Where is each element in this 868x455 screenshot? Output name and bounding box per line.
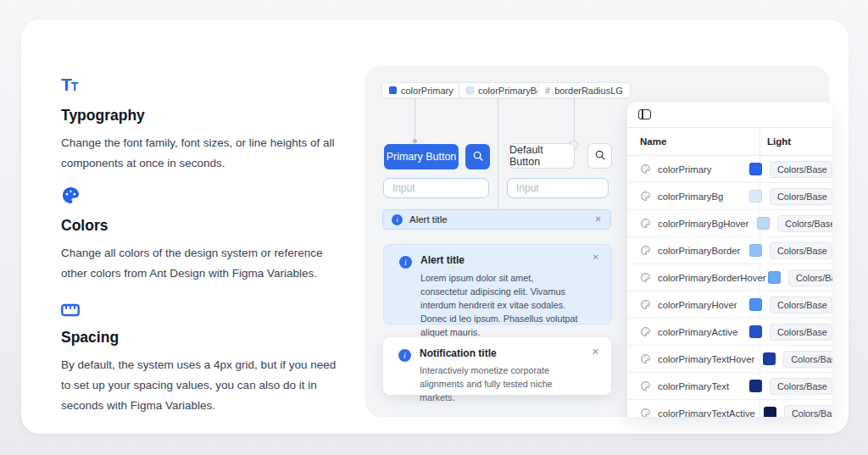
- feature-desc-spacing: By default, the system uses a 4px grid, …: [61, 355, 337, 416]
- row-value-pill: Colors/Base: [784, 405, 832, 418]
- tag-color-primary[interactable]: colorPrimary: [381, 82, 461, 98]
- notification-card: i Notification title Interactively monet…: [383, 337, 611, 395]
- table-row[interactable]: colorPrimaryActive Colors/Base: [627, 319, 832, 346]
- color-swatch: [749, 380, 762, 392]
- variable-name: colorPrimaryActive: [658, 327, 737, 337]
- feature-spacing: Spacing By default, the system uses a 4p…: [61, 297, 337, 416]
- color-swatch: [749, 163, 762, 175]
- tag-border-radius-lg[interactable]: # borderRadiusLG: [537, 82, 631, 98]
- alert-banner: i Alert title ✕: [382, 209, 611, 230]
- variable-name-cell: colorPrimaryBg: [627, 191, 741, 202]
- variable-name-cell: colorPrimaryTextActive: [627, 408, 755, 417]
- table-row[interactable]: colorPrimaryBorderHover Colors/Base: [627, 264, 832, 291]
- text-input[interactable]: Input: [383, 178, 489, 198]
- row-value-pill: Colors/Base: [770, 161, 832, 178]
- close-icon[interactable]: ✕: [593, 253, 599, 262]
- panel-toolbar: [627, 102, 832, 128]
- default-button[interactable]: Default Button: [509, 143, 575, 169]
- palette-icon: [61, 185, 337, 205]
- variable-name: colorPrimaryTextActive: [658, 408, 755, 418]
- tag-color-primary-bg[interactable]: colorPrimaryBg: [459, 82, 549, 98]
- variable-name-cell: colorPrimaryActive: [627, 326, 741, 337]
- table-row[interactable]: colorPrimaryText Colors/Base: [627, 373, 832, 400]
- column-divider: [760, 128, 760, 155]
- tag-label: colorPrimaryBg: [478, 86, 542, 96]
- tag-swatch: [466, 86, 474, 94]
- column-header-name: Name: [627, 136, 760, 147]
- text-input[interactable]: Input: [507, 178, 609, 198]
- row-value-pill: Colors/Base: [777, 215, 832, 232]
- page-background: , . , TT Typography Change the font fami…: [0, 0, 868, 455]
- variable-name: colorPrimaryBorderHover: [658, 273, 765, 283]
- table-row[interactable]: colorPrimaryHover Colors/Base: [627, 291, 832, 319]
- column-header-light: Light: [760, 136, 791, 147]
- hash-icon: #: [545, 86, 550, 96]
- alert-body: Lorem ipsum dolor sit amet, consectetur …: [420, 271, 580, 339]
- search-icon: [472, 150, 484, 164]
- feature-colors: Colors Change all colors of the design s…: [61, 185, 337, 284]
- table-rows: colorPrimary Colors/Base colorPrimaryBg …: [627, 156, 832, 417]
- table-row[interactable]: colorPrimaryBorder Colors/Base: [627, 237, 832, 264]
- table-row[interactable]: colorPrimaryTextHover Colors/Base: [627, 346, 832, 373]
- variable-name: colorPrimaryBgHover: [658, 219, 748, 229]
- close-icon[interactable]: ✕: [592, 347, 599, 357]
- palette-variable-icon: [640, 218, 651, 229]
- notification-title: Notification title: [420, 347, 589, 359]
- row-value-pill: Colors/Base: [770, 188, 832, 205]
- primary-button[interactable]: Primary Button: [384, 144, 459, 169]
- feature-desc-typography: Change the font family, font sizes, or l…: [61, 133, 337, 174]
- info-icon: i: [399, 256, 412, 269]
- table-row[interactable]: colorPrimaryBgHover Colors/Base: [627, 210, 832, 237]
- tag-swatch: [389, 86, 397, 94]
- palette-variable-icon: [640, 245, 651, 256]
- row-value-pill: Colors/Base: [770, 297, 832, 314]
- table-row[interactable]: colorPrimaryTextActive Colors/Base: [627, 400, 832, 417]
- color-swatch: [764, 407, 776, 417]
- variable-name: colorPrimaryTextHover: [658, 354, 754, 364]
- row-value-pill: Colors/Base: [783, 351, 832, 368]
- variable-name: colorPrimary: [658, 164, 711, 175]
- color-swatch: [749, 298, 762, 311]
- palette-variable-icon: [640, 164, 651, 175]
- search-icon: [594, 149, 606, 164]
- color-swatch: [749, 190, 762, 203]
- connector-color-primary: [415, 98, 415, 141]
- palette-variable-icon: [640, 380, 651, 391]
- color-swatch: [749, 244, 762, 257]
- color-swatch: [768, 271, 781, 284]
- feature-title-typography: Typography: [61, 107, 337, 125]
- color-swatch: [749, 325, 762, 338]
- variable-name: colorPrimaryBg: [658, 191, 723, 202]
- feature-title-colors: Colors: [61, 217, 337, 235]
- variable-name-cell: colorPrimaryBorderHover: [627, 272, 760, 283]
- default-search-button[interactable]: [587, 143, 612, 169]
- variable-name-cell: colorPrimaryTextHover: [627, 353, 754, 364]
- palette-variable-icon: [640, 353, 651, 364]
- typography-icon: TT: [61, 75, 337, 95]
- sidebar-layout-icon[interactable]: [638, 109, 651, 119]
- color-swatch: [757, 217, 770, 230]
- variable-name: colorPrimaryHover: [658, 300, 737, 310]
- variable-name-cell: colorPrimaryHover: [627, 299, 741, 310]
- variable-name-cell: colorPrimaryBgHover: [627, 218, 748, 229]
- cropped-text-fragment: , . ,: [58, 33, 86, 40]
- palette-variable-icon: [640, 191, 651, 202]
- feature-desc-colors: Change all colors of the design system o…: [61, 243, 337, 284]
- feature-title-spacing: Spacing: [61, 329, 337, 347]
- info-icon: i: [392, 214, 403, 225]
- connector-dot: [413, 139, 417, 143]
- palette-variable-icon: [640, 299, 651, 310]
- row-value-pill: Colors/Base: [770, 378, 832, 395]
- primary-search-button[interactable]: [465, 144, 490, 169]
- connector-color-primary-bg: [498, 98, 498, 215]
- alert-title: Alert title: [420, 254, 580, 266]
- table-row[interactable]: colorPrimaryBg Colors/Base: [627, 183, 832, 210]
- variable-name-cell: colorPrimaryText: [627, 380, 741, 391]
- close-icon[interactable]: ✕: [595, 215, 602, 224]
- table-row[interactable]: colorPrimary Colors/Base: [627, 156, 832, 183]
- alert-banner-title: Alert title: [409, 214, 588, 225]
- row-value-pill: Colors/Base: [788, 269, 832, 286]
- variable-name: colorPrimaryBorder: [658, 246, 740, 256]
- tag-label: colorPrimary: [401, 86, 453, 96]
- color-swatch: [763, 352, 776, 365]
